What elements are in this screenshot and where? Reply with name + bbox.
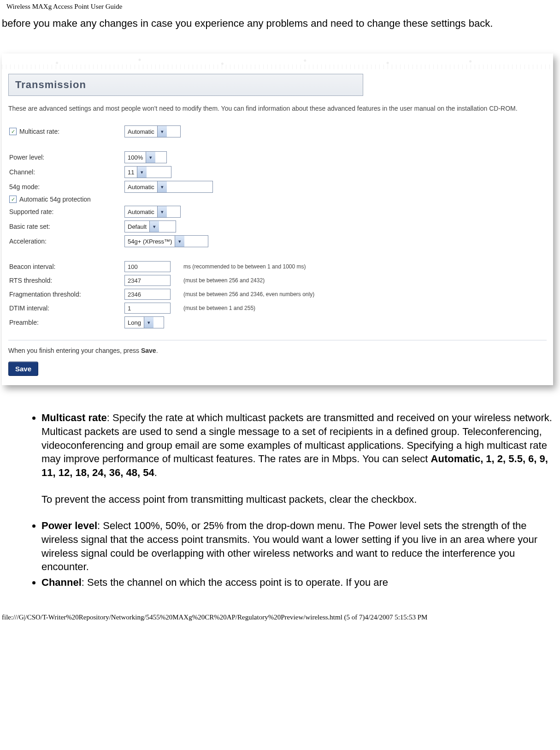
finish-instruction: When you finish entering your changes, p… xyxy=(8,347,547,354)
row-dtim-interval: DTIM interval: 1 (must be between 1 and … xyxy=(8,301,547,315)
row-supported-rate: Supported rate: Automatic ▾ xyxy=(8,204,547,219)
auto-54g-checkbox[interactable]: ✓ xyxy=(9,196,17,203)
auto-54g-label: Automatic 54g protection xyxy=(19,196,91,203)
chevron-down-icon: ▾ xyxy=(157,181,167,192)
basic-rate-value: Default xyxy=(125,223,149,230)
section-help-text: These are advanced settings and most peo… xyxy=(8,104,547,113)
acceleration-select[interactable]: 54g+ (XPress™) ▾ xyxy=(124,235,208,247)
frag-threshold-input[interactable]: 2346 xyxy=(124,289,171,300)
row-multicast-rate: ✓ Multicast rate: Automatic ▾ xyxy=(8,124,547,139)
chevron-down-icon: ▾ xyxy=(157,126,167,137)
multicast-checkbox[interactable]: ✓ xyxy=(9,128,17,135)
rts-threshold-input[interactable]: 2347 xyxy=(124,275,171,286)
channel-select[interactable]: 11 ▾ xyxy=(124,166,171,178)
footer-file-path: file:///G|/CSO/T-Writer%20Repository/Net… xyxy=(0,591,560,626)
row-power-level: Power level: 100% ▾ xyxy=(8,150,547,165)
settings-screenshot: Transmission These are advanced settings… xyxy=(2,54,553,386)
row-beacon-interval: Beacon interval: 100 ms (recommended to … xyxy=(8,260,547,274)
row-frag-threshold: Fragmentation threshold: 2346 (must be b… xyxy=(8,287,547,301)
acceleration-value: 54g+ (XPress™) xyxy=(125,238,175,245)
supported-rate-value: Automatic xyxy=(125,208,157,215)
row-channel: Channel: 11 ▾ xyxy=(8,165,547,179)
mode-54g-value: Automatic xyxy=(125,184,157,190)
channel-value: 11 xyxy=(125,169,137,176)
divider xyxy=(8,340,547,340)
save-button[interactable]: Save xyxy=(8,362,38,376)
dtim-interval-input[interactable]: 1 xyxy=(124,303,171,314)
mode-54g-select[interactable]: Automatic ▾ xyxy=(124,181,213,193)
multicast-select[interactable]: Automatic ▾ xyxy=(124,125,181,137)
chevron-down-icon: ▾ xyxy=(149,221,159,232)
list-item-multicast: Multicast rate: Specify the rate at whic… xyxy=(41,411,556,506)
beacon-interval-input[interactable]: 100 xyxy=(124,261,171,272)
preamble-select[interactable]: Long ▾ xyxy=(124,316,164,328)
dtim-interval-label: DTIM interval: xyxy=(8,304,124,312)
mode-54g-label: 54g mode: xyxy=(8,183,124,190)
basic-rate-label: Basic rate set: xyxy=(8,223,124,230)
chevron-down-icon: ▾ xyxy=(137,167,147,178)
row-54g-mode: 54g mode: Automatic ▾ xyxy=(8,179,547,194)
chevron-down-icon: ▾ xyxy=(157,206,167,217)
list-item-multicast-extra: To prevent the access point from transmi… xyxy=(41,493,556,506)
description-list: Multicast rate: Specify the rate at whic… xyxy=(0,385,560,589)
page-header: Wireless MAXg Access Point User Guide xyxy=(0,0,560,11)
channel-label: Channel: xyxy=(8,168,124,176)
supported-rate-select[interactable]: Automatic ▾ xyxy=(124,206,181,218)
chevron-down-icon: ▾ xyxy=(144,317,153,328)
torn-edge-decoration xyxy=(2,54,553,69)
beacon-interval-label: Beacon interval: xyxy=(8,263,124,270)
row-auto-54g-protection: ✓ Automatic 54g protection xyxy=(8,194,547,204)
rts-threshold-hint: (must be between 256 and 2432) xyxy=(183,277,265,284)
power-level-select[interactable]: 100% ▾ xyxy=(124,151,167,163)
row-basic-rate-set: Basic rate set: Default ▾ xyxy=(8,219,547,234)
chevron-down-icon: ▾ xyxy=(175,236,184,247)
dtim-interval-hint: (must be between 1 and 255) xyxy=(183,305,255,311)
supported-rate-label: Supported rate: xyxy=(8,208,124,215)
power-level-label: Power level: xyxy=(8,154,124,161)
multicast-label: Multicast rate: xyxy=(19,128,59,135)
acceleration-label: Acceleration: xyxy=(8,238,124,245)
row-rts-threshold: RTS threshold: 2347 (must be between 256… xyxy=(8,274,547,287)
power-level-value: 100% xyxy=(125,154,146,161)
row-preamble: Preamble: Long ▾ xyxy=(8,315,547,330)
frag-threshold-label: Fragmentation threshold: xyxy=(8,291,124,298)
intro-paragraph: before you make any changes in case you … xyxy=(0,11,560,30)
frag-threshold-hint: (must be between 256 and 2346, even numb… xyxy=(183,291,314,298)
list-item-channel: Channel: Sets the channel on which the a… xyxy=(41,576,556,589)
row-acceleration: Acceleration: 54g+ (XPress™) ▾ xyxy=(8,234,547,249)
list-item-power: Power level: Select 100%, 50%, or 25% fr… xyxy=(41,519,556,574)
rts-threshold-label: RTS threshold: xyxy=(8,277,124,284)
preamble-value: Long xyxy=(125,319,144,326)
section-title: Transmission xyxy=(8,74,363,96)
multicast-select-value: Automatic xyxy=(125,128,157,135)
basic-rate-select[interactable]: Default ▾ xyxy=(124,220,176,232)
beacon-interval-hint: ms (recommended to be between 1 and 1000… xyxy=(183,263,306,270)
chevron-down-icon: ▾ xyxy=(146,152,155,163)
preamble-label: Preamble: xyxy=(8,319,124,326)
